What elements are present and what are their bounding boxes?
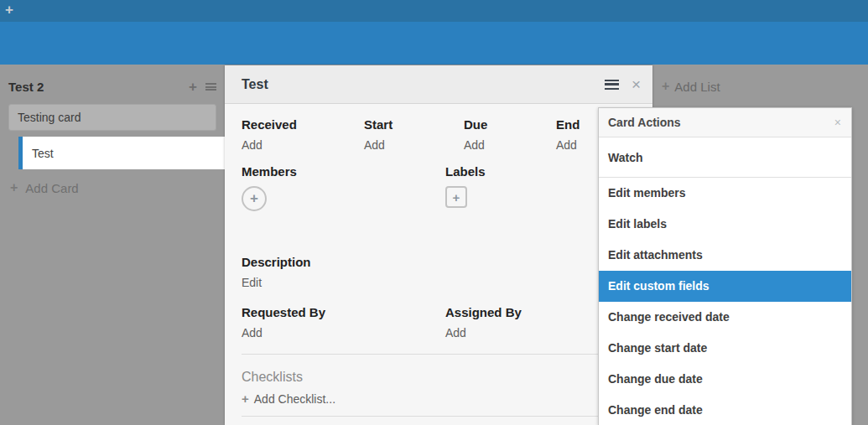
list-header: Test 2 + <box>8 76 216 96</box>
card-detail-title: Test <box>242 77 268 92</box>
requested-assigned-row: Requested By Add Assigned By Add <box>242 305 636 340</box>
card-actions-menu-icon[interactable] <box>605 80 619 90</box>
requested-by-add-link[interactable]: Add <box>242 325 445 340</box>
add-board-icon[interactable]: + <box>5 2 13 18</box>
menu-item-watch[interactable]: Watch <box>599 137 851 178</box>
card-actions-menu-header: Card Actions × <box>599 108 851 137</box>
top-navbar: + <box>0 0 868 22</box>
close-icon[interactable]: × <box>834 116 841 129</box>
board-area: Test 2 + Testing card Test + Add Card + … <box>0 65 868 425</box>
start-add-link[interactable]: Add <box>364 137 464 153</box>
add-checklist-label: Add Checklist... <box>254 392 335 406</box>
members-section: Members + <box>242 164 445 211</box>
due-add-link[interactable]: Add <box>464 137 556 153</box>
plus-icon: + <box>453 190 460 205</box>
add-list-button[interactable]: + Add List <box>662 79 720 94</box>
add-label-button[interactable]: + <box>445 186 467 208</box>
section-divider <box>242 416 636 417</box>
plus-icon: + <box>10 180 18 195</box>
menu-item-edit-attachments[interactable]: Edit attachments <box>599 240 851 271</box>
menu-item-change-end-date[interactable]: Change end date <box>599 395 851 425</box>
menu-item-change-received-date[interactable]: Change received date <box>599 302 851 333</box>
menu-item-edit-labels[interactable]: Edit labels <box>599 209 851 240</box>
menu-item-edit-custom-fields[interactable]: Edit custom fields <box>599 271 851 302</box>
requested-by-section: Requested By Add <box>242 305 445 340</box>
menu-item-change-start-date[interactable]: Change start date <box>599 333 851 364</box>
close-icon[interactable]: × <box>632 76 641 92</box>
app-window: + Test 2 + Testing card Test + Add Card … <box>0 0 868 425</box>
card-actions-title: Card Actions <box>608 116 681 129</box>
menu-item-change-due-date[interactable]: Change due date <box>599 364 851 395</box>
start-field: Start Add <box>364 117 464 153</box>
card-actions-menu: Card Actions × Watch Edit members Edit l… <box>598 107 852 425</box>
board-header-bar <box>0 22 868 65</box>
card-detail-body: Received Add Start Add Due Add End Add <box>225 104 652 417</box>
add-checklist-button[interactable]: + Add Checklist... <box>242 391 636 406</box>
dates-row: Received Add Start Add Due Add End Add <box>242 117 636 153</box>
list-header-icons: + <box>189 80 216 94</box>
add-card-label: Add Card <box>25 181 78 195</box>
plus-icon: + <box>662 79 669 94</box>
received-field: Received Add <box>242 117 364 153</box>
card-detail-header: Test × <box>225 65 652 104</box>
card-title: Test <box>32 147 54 160</box>
due-label: Due <box>464 117 556 132</box>
list-title: Test 2 <box>8 80 44 94</box>
members-label: Members <box>242 164 445 179</box>
description-edit-link[interactable]: Edit <box>242 275 636 290</box>
section-divider <box>242 354 636 355</box>
add-member-button[interactable]: + <box>242 186 267 211</box>
card-testing-card[interactable]: Testing card <box>8 104 216 131</box>
due-field: Due Add <box>464 117 556 153</box>
card-test-active[interactable]: Test <box>18 137 226 169</box>
card-title: Testing card <box>18 111 81 124</box>
plus-icon: + <box>242 391 249 406</box>
add-list-label: Add List <box>674 80 720 94</box>
checklists-label: Checklists <box>242 369 636 385</box>
list-add-card-icon[interactable]: + <box>189 80 197 94</box>
card-detail-panel: Test × Received Add Start Add <box>225 65 652 425</box>
description-label: Description <box>242 255 636 270</box>
received-add-link[interactable]: Add <box>242 137 364 153</box>
description-section: Description Edit <box>242 255 636 290</box>
list-menu-icon[interactable] <box>205 83 216 91</box>
start-label: Start <box>364 117 464 132</box>
received-label: Received <box>242 117 364 132</box>
menu-item-edit-members[interactable]: Edit members <box>599 178 851 209</box>
requested-by-label: Requested By <box>242 305 445 320</box>
plus-icon: + <box>250 190 258 207</box>
add-card-button[interactable]: + Add Card <box>10 180 79 195</box>
members-labels-row: Members + Labels + <box>242 164 636 211</box>
card-detail-header-icons: × <box>605 76 641 92</box>
